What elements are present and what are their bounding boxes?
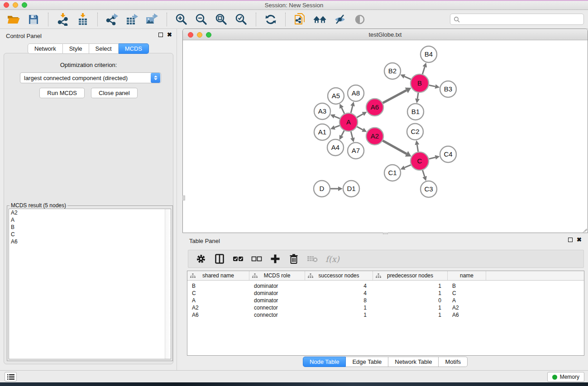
graph-edge-B-B3[interactable] xyxy=(429,85,435,86)
import-network-icon[interactable] xyxy=(56,13,70,26)
mcds-result-item[interactable]: A xyxy=(9,216,171,224)
graph-node-C2[interactable]: C2 xyxy=(407,124,423,140)
graph-edge-A-A1[interactable] xyxy=(335,125,339,127)
column-header-MCDS-role[interactable]: MCDS role xyxy=(249,271,305,280)
float-panel-icon[interactable] xyxy=(158,33,163,37)
column-header-predecessor-nodes[interactable]: predecessor nodes xyxy=(373,271,448,280)
graph-edge-B-B2[interactable] xyxy=(404,76,411,79)
export-network-icon[interactable] xyxy=(105,13,119,26)
tab-network[interactable]: Network xyxy=(28,43,63,54)
column-header-shared-name[interactable]: shared name xyxy=(187,271,249,280)
tab-node-table[interactable]: Node Table xyxy=(303,357,346,367)
graph-node-A4[interactable]: A4 xyxy=(327,139,344,156)
graph-node-B[interactable]: B xyxy=(411,74,429,92)
table-row[interactable]: Cdominator41C xyxy=(187,290,584,297)
graph-node-C[interactable]: C xyxy=(411,152,429,170)
column-header-name[interactable]: name xyxy=(448,271,486,280)
network-window-titlebar[interactable]: testGlobe.txt xyxy=(183,29,588,40)
column-header-successor-nodes[interactable]: successor nodes xyxy=(305,271,373,280)
graph-edge-C-C4[interactable] xyxy=(429,157,435,159)
network-graph[interactable]: B4B2BB3A8A5A6B1A3AC2A1A2A4A7C4CC1C3DD1 xyxy=(183,40,588,233)
close-panel-icon[interactable]: ✖ xyxy=(167,33,172,37)
graph-node-C1[interactable]: C1 xyxy=(384,165,401,181)
graph-edge-C-C3[interactable] xyxy=(422,170,425,176)
tab-motifs[interactable]: Motifs xyxy=(439,357,468,367)
search-input[interactable] xyxy=(462,16,583,23)
graph-edge-A-A7[interactable] xyxy=(351,131,353,138)
close-panel-button[interactable]: Close panel xyxy=(91,88,138,98)
table-row[interactable]: A2connector11A2 xyxy=(187,304,584,311)
export-image-icon[interactable] xyxy=(145,13,159,26)
table-row[interactable]: Bdominator41B xyxy=(187,282,584,290)
graph-edge-B-B4[interactable] xyxy=(422,67,425,74)
graph-node-B4[interactable]: B4 xyxy=(421,46,437,62)
import-table-icon[interactable] xyxy=(76,13,90,26)
mcds-result-item[interactable]: A6 xyxy=(9,238,171,245)
graph-node-A[interactable]: A xyxy=(339,113,358,131)
mcds-result-item[interactable]: B xyxy=(9,224,171,231)
zoom-fit-icon[interactable] xyxy=(215,13,228,26)
graph-edge-C-C2[interactable] xyxy=(417,145,418,152)
run-mcds-button[interactable]: Run MCDS xyxy=(39,88,85,98)
graph-edge-A6-B[interactable] xyxy=(383,91,406,103)
graph-edge-C-C1[interactable] xyxy=(405,165,411,167)
optimization-criterion-dropdown[interactable]: largest connected component (directed) xyxy=(20,72,161,83)
mcds-result-list[interactable]: A2ABCA6 xyxy=(9,209,171,359)
show-columns-icon[interactable] xyxy=(214,253,225,264)
mcds-result-item[interactable]: A2 xyxy=(9,209,171,216)
refresh-icon[interactable] xyxy=(264,13,277,26)
graph-node-C4[interactable]: C4 xyxy=(440,146,456,162)
graph-edge-A-A4[interactable] xyxy=(341,131,344,136)
graph-edge-A2-C[interactable] xyxy=(382,141,406,154)
close-table-panel-icon[interactable]: ✖ xyxy=(577,238,582,242)
unselect-all-columns-icon[interactable] xyxy=(251,253,262,264)
graph-edge-A-A5[interactable] xyxy=(342,108,344,114)
select-all-columns-icon[interactable] xyxy=(233,253,244,264)
mcds-result-item[interactable]: C xyxy=(9,231,171,238)
tab-edge-table[interactable]: Edge Table xyxy=(346,357,388,367)
graph-node-D1[interactable]: D1 xyxy=(343,181,359,197)
list-scrollbar[interactable] xyxy=(165,209,171,359)
tab-style[interactable]: Style xyxy=(63,43,89,54)
save-session-icon[interactable] xyxy=(27,13,40,26)
open-session-icon[interactable] xyxy=(7,13,20,26)
delete-column-icon[interactable] xyxy=(288,253,299,264)
tab-mcds[interactable]: MCDS xyxy=(119,43,149,54)
memory-button[interactable]: Memory xyxy=(547,372,584,382)
graph-edge-A-A3[interactable] xyxy=(335,116,340,119)
graph-node-A6[interactable]: A6 xyxy=(366,99,383,116)
first-neighbors-icon[interactable] xyxy=(313,13,327,26)
graph-node-A8[interactable]: A8 xyxy=(348,85,364,101)
add-column-icon[interactable] xyxy=(270,253,281,264)
task-history-button[interactable] xyxy=(5,372,17,381)
show-all-icon[interactable] xyxy=(353,13,367,26)
graph-node-A3[interactable]: A3 xyxy=(314,103,330,119)
tab-select[interactable]: Select xyxy=(89,43,119,54)
split-handle-vertical[interactable] xyxy=(182,195,185,200)
graph-node-D[interactable]: D xyxy=(314,181,330,197)
network-canvas[interactable]: B4B2BB3A8A5A6B1A3AC2A1A2A4A7C4CC1C3DD1 xyxy=(183,40,588,233)
graph-edge-B-B1[interactable] xyxy=(417,93,418,99)
graph-edge-A-A6[interactable] xyxy=(357,114,363,118)
graph-edge-A-A2[interactable] xyxy=(357,127,363,130)
table-row[interactable]: Adominator80A xyxy=(187,297,584,304)
graph-node-B3[interactable]: B3 xyxy=(440,81,456,97)
graph-node-A2[interactable]: A2 xyxy=(366,128,383,145)
graph-node-A5[interactable]: A5 xyxy=(328,88,344,104)
graph-node-B1[interactable]: B1 xyxy=(407,104,424,120)
new-network-from-selection-icon[interactable] xyxy=(293,13,307,26)
graph-node-A1[interactable]: A1 xyxy=(314,124,330,140)
float-table-panel-icon[interactable] xyxy=(568,238,573,242)
zoom-in-icon[interactable] xyxy=(175,13,188,26)
hide-selected-icon[interactable] xyxy=(333,13,347,26)
settings-gear-icon[interactable] xyxy=(196,253,206,264)
graph-node-A7[interactable]: A7 xyxy=(348,143,364,159)
export-table-icon[interactable] xyxy=(125,13,139,26)
search-field[interactable] xyxy=(450,14,584,25)
graph-node-C3[interactable]: C3 xyxy=(421,181,437,197)
graph-node-B2[interactable]: B2 xyxy=(384,63,401,79)
window-resize-grip[interactable] xyxy=(581,226,587,232)
zoom-out-icon[interactable] xyxy=(195,13,208,26)
zoom-selected-icon[interactable] xyxy=(234,13,248,26)
table-row[interactable]: A6connector11A6 xyxy=(187,311,584,319)
